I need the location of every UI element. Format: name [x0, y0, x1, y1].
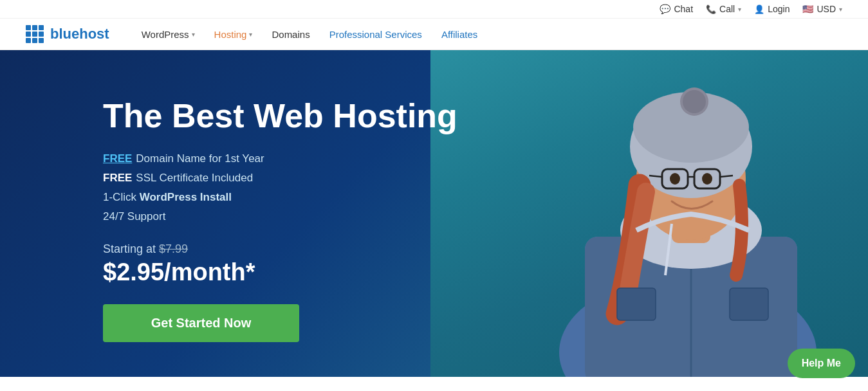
hero-image-area — [430, 50, 868, 377]
login-link[interactable]: Login — [754, 4, 790, 14]
logo-grid-icon — [26, 25, 44, 43]
header-main-nav: bluehost WordPress ▾ Hosting ▾ Domains P… — [0, 19, 868, 50]
svg-point-17 — [670, 173, 680, 185]
call-link[interactable]: Call ▾ — [706, 4, 741, 14]
currency-label: USD — [817, 4, 836, 14]
header-top-bar: Chat Call ▾ Login USD ▾ — [0, 0, 868, 19]
svg-point-18 — [702, 173, 712, 185]
logo-text: bluehost — [50, 26, 109, 42]
site-header: Chat Call ▾ Login USD ▾ bluehost — [0, 0, 868, 50]
pricing-area: Starting at $7.99 $2.95/month* — [103, 242, 457, 286]
login-label: Login — [768, 4, 790, 14]
logo[interactable]: bluehost — [26, 25, 109, 43]
feature-ssl-text: SSL Certificate Included — [136, 172, 253, 185]
call-icon — [706, 4, 716, 14]
price-old: $7.99 — [159, 242, 188, 255]
feature-ssl: FREE SSL Certificate Included — [103, 172, 457, 185]
feature-wordpress-text: 1-Click WordPress Install — [103, 191, 232, 204]
help-me-button[interactable]: Help Me — [788, 349, 855, 377]
pricing-starting-text: Starting at — [103, 242, 156, 255]
hosting-dropdown-icon: ▾ — [249, 31, 252, 38]
nav-affiliates-label: Affiliates — [441, 29, 477, 40]
hero-section: The Best Web Hosting FREE Domain Name fo… — [0, 50, 868, 377]
nav-wordpress-label: WordPress — [142, 29, 189, 40]
cta-button[interactable]: Get Started Now — [103, 304, 299, 342]
nav-domains[interactable]: Domains — [272, 29, 309, 40]
wordpress-dropdown-icon: ▾ — [192, 31, 195, 38]
price-new: $2.95/month* — [103, 259, 457, 286]
feature-domain: FREE Domain Name for 1st Year — [103, 152, 457, 165]
hero-features-list: FREE Domain Name for 1st Year FREE SSL C… — [103, 152, 457, 223]
feature-ssl-free: FREE — [103, 172, 132, 185]
nav-domains-label: Domains — [272, 29, 309, 40]
nav-affiliates[interactable]: Affiliates — [441, 29, 477, 40]
currency-selector[interactable]: USD ▾ — [802, 4, 842, 14]
chat-icon — [660, 4, 670, 14]
chat-link[interactable]: Chat — [660, 4, 693, 14]
feature-wordpress: 1-Click WordPress Install — [103, 191, 457, 204]
pricing-label: Starting at $7.99 — [103, 242, 457, 256]
hero-person-illustration — [501, 50, 849, 377]
chat-label: Chat — [674, 4, 693, 14]
nav-professional-services[interactable]: Professional Services — [329, 29, 422, 40]
feature-domain-text: Domain Name for 1st Year — [136, 152, 264, 165]
nav-wordpress[interactable]: WordPress ▾ — [142, 29, 195, 40]
feature-wordpress-bold: WordPress Install — [140, 191, 232, 203]
nav-hosting-label: Hosting — [214, 29, 247, 40]
feature-support: 24/7 Support — [103, 210, 457, 223]
svg-rect-19 — [617, 288, 656, 320]
call-dropdown-icon: ▾ — [738, 6, 741, 13]
feature-support-text: 24/7 Support — [103, 210, 165, 223]
svg-rect-20 — [730, 288, 768, 320]
svg-point-11 — [683, 90, 706, 113]
hero-content: The Best Web Hosting FREE Domain Name fo… — [0, 85, 457, 342]
flag-icon — [802, 4, 813, 14]
nav-hosting[interactable]: Hosting ▾ — [214, 29, 253, 40]
call-label: Call — [719, 4, 735, 14]
nav-professional-services-label: Professional Services — [329, 29, 422, 40]
hero-title: The Best Web Hosting — [103, 98, 457, 134]
login-icon — [754, 4, 764, 14]
currency-dropdown-icon: ▾ — [839, 6, 842, 13]
feature-domain-free: FREE — [103, 152, 132, 165]
